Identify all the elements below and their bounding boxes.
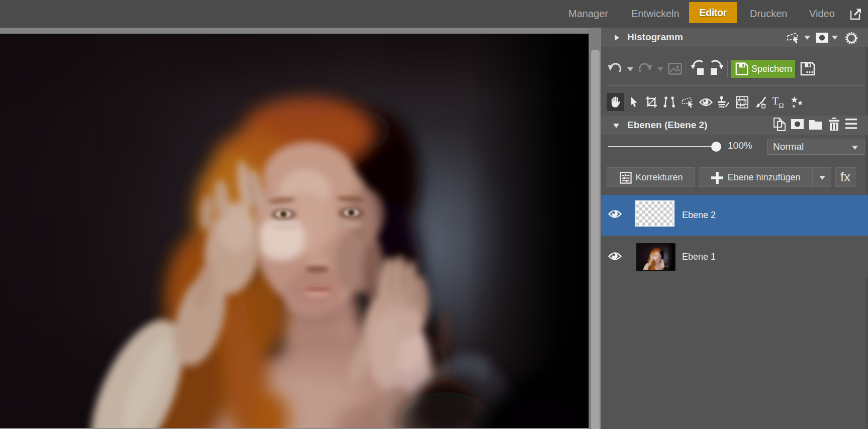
svg-text:Ω: Ω bbox=[779, 102, 784, 109]
svg-text:T: T bbox=[772, 96, 779, 107]
